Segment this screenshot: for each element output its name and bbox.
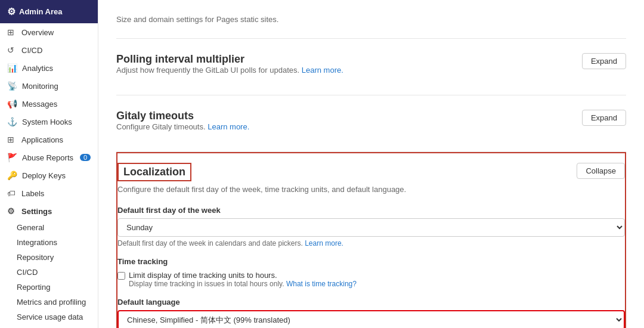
sidebar-item-label: Overview <box>21 28 54 37</box>
settings-icon: ⚙ <box>7 206 17 216</box>
time-tracking-checkbox-label: Limit display of time tracking units to … <box>129 271 357 280</box>
time-tracking-checkbox-group: Limit display of time tracking units to … <box>117 271 625 288</box>
sidebar-item-cicd[interactable]: ↺ CI/CD <box>0 41 98 59</box>
sub-label: Reporting <box>17 283 50 292</box>
sidebar-item-label: Monitoring <box>22 82 58 91</box>
sidebar-item-label: Applications <box>21 135 63 144</box>
sidebar-sub-general[interactable]: General <box>0 220 98 235</box>
language-select-wrapper: Chinese, Simplified - 简体中文 (99% translat… <box>117 310 625 328</box>
sidebar-item-label: Abuse Reports <box>22 153 73 162</box>
sidebar-item-overview[interactable]: ⊞ Overview <box>0 23 98 41</box>
sidebar-item-settings[interactable]: ⚙ Settings <box>0 202 98 220</box>
cicd-icon: ↺ <box>7 45 17 55</box>
time-tracking-label: Time tracking <box>117 257 625 266</box>
labels-icon: 🏷 <box>7 188 17 198</box>
sidebar-item-applications[interactable]: ⊞ Applications <box>0 131 98 148</box>
top-description: Size and domain settings for Pages stati… <box>116 0 626 39</box>
first-day-hint: Default first day of the week in calenda… <box>117 239 625 247</box>
system-hooks-icon: ⚓ <box>7 117 17 126</box>
admin-area-header: ⚙ Admin Area <box>0 0 98 23</box>
messages-icon: 📢 <box>7 99 17 109</box>
sub-label: Repository <box>17 253 54 262</box>
polling-section: Polling interval multiplier Adjust how f… <box>116 39 626 95</box>
sidebar-item-abuse-reports[interactable]: 🚩 Abuse Reports 0 <box>0 148 98 166</box>
first-day-label: Default first day of the week <box>117 206 625 215</box>
monitoring-icon: 📡 <box>7 81 17 91</box>
sidebar-item-messages[interactable]: 📢 Messages <box>0 95 98 113</box>
gitaly-desc: Configure Gitaly timeouts. Learn more. <box>116 122 249 131</box>
polling-learn-more[interactable]: Learn more. <box>302 66 343 75</box>
sidebar-sub-network[interactable]: Network <box>0 324 98 328</box>
sidebar-item-deploy-keys[interactable]: 🔑 Deploy Keys <box>0 166 98 184</box>
gitaly-learn-more[interactable]: Learn more. <box>208 122 249 131</box>
polling-expand-button[interactable]: Expand <box>582 53 626 69</box>
localization-header: Localization Configure the default first… <box>117 163 625 196</box>
sidebar-item-analytics[interactable]: 📊 Analytics <box>0 59 98 77</box>
sidebar-sub-metrics[interactable]: Metrics and profiling <box>0 295 98 310</box>
sub-label: CI/CD <box>17 268 38 277</box>
polling-title: Polling interval multiplier <box>116 53 343 66</box>
first-day-group: Default first day of the week Sunday Mon… <box>117 206 625 247</box>
default-language-select[interactable]: Chinese, Simplified - 简体中文 (99% translat… <box>119 311 624 328</box>
first-day-learn-more[interactable]: Learn more. <box>305 239 343 247</box>
sidebar-item-label: Deploy Keys <box>22 171 66 180</box>
sidebar-item-label: Analytics <box>22 64 53 73</box>
time-tracking-link[interactable]: What is time tracking? <box>286 280 357 288</box>
localization-title-box: Localization <box>117 163 191 181</box>
deploy-keys-icon: 🔑 <box>7 171 17 180</box>
gitaly-title: Gitaly timeouts <box>116 110 249 122</box>
sidebar-item-label: CI/CD <box>21 46 42 55</box>
sidebar-sub-reporting[interactable]: Reporting <box>0 280 98 295</box>
localization-title: Localization <box>123 166 185 178</box>
admin-icon: ⚙ <box>7 6 16 17</box>
first-day-select[interactable]: Sunday Monday Saturday <box>117 218 625 237</box>
localization-desc: Configure the default first day of the w… <box>117 185 406 194</box>
abuse-reports-icon: 🚩 <box>7 153 17 162</box>
overview-icon: ⊞ <box>7 27 17 37</box>
main-content: Size and domain settings for Pages stati… <box>98 0 644 328</box>
sidebar-sub-repository[interactable]: Repository <box>0 250 98 265</box>
sub-label: Service usage data <box>17 312 83 321</box>
sidebar-item-label: Labels <box>21 189 44 198</box>
sub-label: Integrations <box>17 238 57 247</box>
sidebar-item-monitoring[interactable]: 📡 Monitoring <box>0 77 98 95</box>
sidebar-item-system-hooks[interactable]: ⚓ System Hooks <box>0 113 98 131</box>
sidebar-item-labels[interactable]: 🏷 Labels <box>0 184 98 202</box>
polling-header: Polling interval multiplier Adjust how f… <box>116 53 626 77</box>
sidebar-item-label: Messages <box>22 100 57 109</box>
default-language-label: Default language <box>117 298 625 307</box>
localization-section: Localization Configure the default first… <box>116 152 626 328</box>
gitaly-header: Gitaly timeouts Configure Gitaly timeout… <box>116 110 626 134</box>
analytics-icon: 📊 <box>7 63 17 73</box>
sidebar-sub-service-usage[interactable]: Service usage data <box>0 310 98 324</box>
default-language-group: Default language Chinese, Simplified - 简… <box>117 298 625 328</box>
sidebar-item-label: Settings <box>21 207 52 216</box>
applications-icon: ⊞ <box>7 135 17 144</box>
polling-title-group: Polling interval multiplier Adjust how f… <box>116 53 343 77</box>
time-tracking-text: Limit display of time tracking units to … <box>129 271 357 288</box>
abuse-reports-badge: 0 <box>80 154 91 161</box>
sidebar-sub-cicd[interactable]: CI/CD <box>0 265 98 280</box>
sub-label: Metrics and profiling <box>17 298 86 307</box>
sub-label: General <box>17 223 44 232</box>
sidebar-sub-integrations[interactable]: Integrations <box>0 235 98 250</box>
time-tracking-sub: Display time tracking in issues in total… <box>129 280 357 288</box>
gitaly-expand-button[interactable]: Expand <box>582 110 626 126</box>
gitaly-title-group: Gitaly timeouts Configure Gitaly timeout… <box>116 110 249 134</box>
polling-desc: Adjust how frequently the GitLab UI poll… <box>116 66 343 75</box>
localization-collapse-button[interactable]: Collapse <box>577 163 625 179</box>
time-tracking-group: Time tracking Limit display of time trac… <box>117 257 625 288</box>
localization-title-group: Localization Configure the default first… <box>117 163 406 196</box>
sidebar-item-label: System Hooks <box>22 117 72 126</box>
admin-area-title: Admin Area <box>19 7 62 16</box>
sidebar: ⚙ Admin Area ⊞ Overview ↺ CI/CD 📊 Analyt… <box>0 0 98 328</box>
gitaly-section: Gitaly timeouts Configure Gitaly timeout… <box>116 95 626 152</box>
time-tracking-checkbox[interactable] <box>117 272 125 280</box>
top-desc-text: Size and domain settings for Pages stati… <box>116 15 278 24</box>
